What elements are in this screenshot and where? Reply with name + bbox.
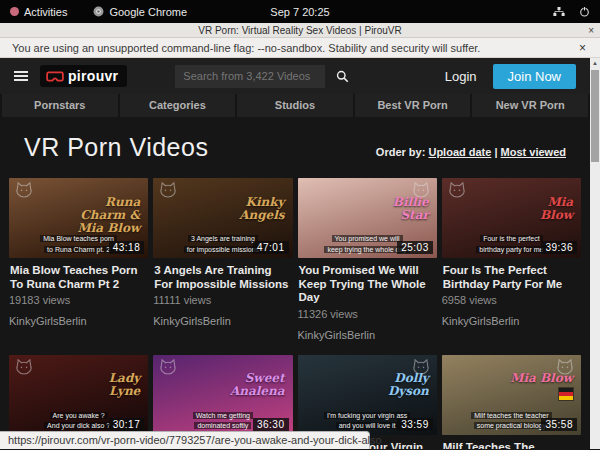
vr-goggles-icon [46,71,64,82]
browser-viewport: pirouvr Login Join Now Pornstars Categor… [0,58,600,449]
search-icon [336,70,349,83]
search-bar [175,65,359,88]
nav-item-pornstars[interactable]: Pornstars [0,94,120,117]
thumbnail-model-name: Mia Blow [510,372,573,385]
video-views: 11326 views [298,308,437,320]
video-thumbnail[interactable]: Sweet Analena Watch me gettingdominated … [153,355,292,435]
hamburger-menu-icon[interactable] [14,71,28,81]
tab-close-icon[interactable]: × [588,23,594,38]
video-card[interactable]: Mia Blow Four is the perfectbirthday par… [442,178,581,341]
order-by: Order by: Upload date | Most viewed [376,146,566,158]
search-button[interactable] [325,65,359,88]
order-by-most-viewed-link[interactable]: Most viewed [501,146,566,158]
video-card[interactable]: Kinky Angels 3 Angels are trainingfor im… [153,178,292,341]
site-header: pirouvr Login Join Now [0,58,590,94]
video-studio-link[interactable]: KinkyGirlsBerlin [442,315,581,327]
video-thumbnail[interactable]: Dolly Dyson I'm fucking your virgin assa… [298,355,437,435]
german-flag-icon [558,387,574,401]
thumbnail-model-name: Sweet Analena [230,372,285,398]
nav-item-categories[interactable]: Categories [120,94,238,117]
chrome-infobar: You are using an unsupported command-lin… [0,38,600,58]
duration-badge: 47:01 [253,241,289,254]
order-by-label: Order by: [376,146,426,158]
duration-badge: 39:36 [541,241,577,254]
video-card[interactable]: Mia Blow Milf teaches the teachersome pr… [442,355,581,449]
page-title: VR Porn Videos [24,133,208,162]
order-by-upload-date-link[interactable]: Upload date [428,146,491,158]
tab-title: VR Porn: Virtual Reality Sex Videos | Pi… [198,25,401,36]
video-title-link[interactable]: You Promised We Will Keep Trying The Who… [299,264,436,305]
system-top-bar: Activities Google Chrome Sep 7 20:25 [0,0,600,23]
main-nav: Pornstars Categories Studios Best VR Por… [0,94,590,117]
video-grid: Runa Charm & Mia Blow Mia Blow teaches p… [0,178,590,449]
video-studio-link[interactable]: KinkyGirlsBerlin [9,315,148,327]
studio-watermark-cat-icon [158,358,178,375]
duration-badge: 25:03 [397,241,433,254]
studio-watermark-cat-icon [14,358,34,375]
video-views: 11111 views [153,294,292,306]
video-thumbnail[interactable]: Mia Blow Four is the perfectbirthday par… [442,178,581,258]
video-views: 19183 views [9,294,148,306]
infobar-close-icon[interactable]: × [579,41,586,55]
video-title-link[interactable]: Mia Blow Teaches Porn To Runa Charm Pt 2 [10,264,147,291]
video-thumbnail[interactable]: Billie Star You promised we willkeep try… [298,178,437,258]
video-card[interactable]: Runa Charm & Mia Blow Mia Blow teaches p… [9,178,148,341]
clock[interactable]: Sep 7 20:25 [270,6,329,18]
video-title-link[interactable]: Four Is The Perfect Birthday Party For M… [443,264,580,291]
video-thumbnail[interactable]: Kinky Angels 3 Angels are trainingfor im… [153,178,292,258]
video-studio-link[interactable]: KinkyGirlsBerlin [153,315,292,327]
activities-button[interactable]: Activities [10,6,67,18]
site-logo[interactable]: pirouvr [40,65,127,87]
video-thumbnail[interactable]: Runa Charm & Mia Blow Mia Blow teaches p… [9,178,148,258]
scrollbar-up-arrow[interactable]: ▲ [590,58,600,68]
studio-watermark-cat-icon [447,181,467,198]
video-title-link[interactable]: 3 Angels Are Training For Impossible Mis… [154,264,291,291]
duration-badge: 35:58 [541,418,577,431]
power-icon[interactable] [579,6,590,17]
browser-title-bar: VR Porn: Virtual Reality Sex Videos | Pi… [0,23,600,38]
video-studio-link[interactable]: KinkyGirlsBerlin [298,329,437,341]
nav-item-new-vr[interactable]: New VR Porn [472,94,590,117]
duration-badge: 36:30 [253,418,289,431]
video-thumbnail[interactable]: Lady Lyne Are you awake ?And your dick a… [9,355,148,435]
nav-item-best-vr[interactable]: Best VR Porn [355,94,473,117]
scrollbar-track[interactable]: ▲ [590,58,600,449]
app-menu-button[interactable]: Google Chrome [93,6,187,18]
duration-badge: 33:59 [397,418,433,431]
infobar-message: You are using an unsupported command-lin… [12,42,480,54]
thumbnail-model-name: Runa Charm & Mia Blow [77,196,140,235]
thumbnail-model-name: Billie Star [393,196,429,222]
scrollbar-thumb[interactable] [591,70,599,162]
activities-label: Activities [24,6,67,18]
join-now-button[interactable]: Join Now [493,64,576,89]
duration-badge: 43:18 [109,241,145,254]
order-by-separator: | [491,146,500,158]
video-thumbnail[interactable]: Mia Blow Milf teaches the teachersome pr… [442,355,581,435]
activities-icon [10,7,19,16]
login-link[interactable]: Login [445,69,477,84]
site-logo-text: pirouvr [68,68,118,84]
duration-badge: 30:17 [109,418,145,431]
status-url-tooltip: https://pirouvr.com/vr-porn-video/779325… [0,431,370,449]
chrome-icon [93,6,104,17]
thumbnail-model-name: Kinky Angels [239,196,284,222]
nav-item-studios[interactable]: Studios [237,94,355,117]
search-input[interactable] [175,65,325,88]
thumbnail-model-name: Lady Lyne [109,372,141,398]
app-menu-label: Google Chrome [109,6,187,18]
studio-watermark-cat-icon [158,181,178,198]
studio-watermark-cat-icon [14,181,34,198]
video-card[interactable]: Billie Star You promised we willkeep try… [298,178,437,341]
thumbnail-model-name: Mia Blow [540,196,573,222]
network-icon[interactable] [553,6,565,17]
thumbnail-model-name: Dolly Dyson [388,372,429,398]
video-views: 6958 views [442,294,581,306]
video-title-link[interactable]: Milf Teaches The Teacher Some Practical … [443,441,580,449]
